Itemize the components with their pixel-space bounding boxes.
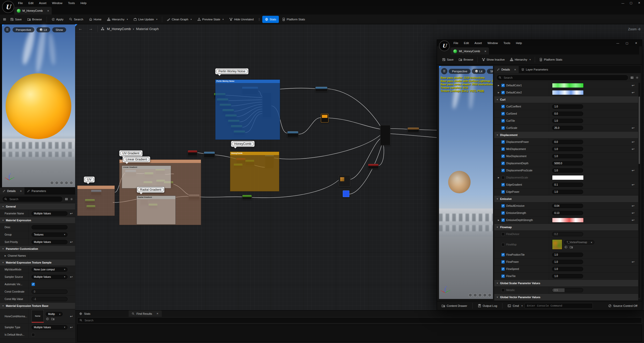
param-checkbox[interactable] bbox=[501, 204, 505, 208]
reset-to-default-button[interactable]: ↩ bbox=[70, 314, 73, 318]
expander-icon[interactable]: ▼ bbox=[2, 248, 4, 250]
platform-stats-button[interactable]: Platform Stats bbox=[279, 16, 308, 23]
reset-to-default-button[interactable]: ↩ bbox=[70, 240, 73, 244]
param-checkbox[interactable] bbox=[501, 289, 505, 292]
color-swatch[interactable] bbox=[552, 175, 584, 180]
param-value[interactable]: -1 bbox=[32, 297, 67, 301]
forward-button[interactable]: → bbox=[86, 26, 96, 31]
param-value[interactable]: 1.0 bbox=[552, 260, 583, 264]
reset-to-default-button[interactable]: ↩ bbox=[632, 169, 635, 172]
param-dropdown[interactable]: Multiple Values▾ bbox=[32, 325, 67, 330]
graph-node[interactable] bbox=[407, 127, 419, 132]
texture-dropdown[interactable]: Multip▾ bbox=[46, 312, 63, 316]
details-search-input[interactable] bbox=[9, 197, 61, 201]
section-displacement[interactable]: ▼Displacement bbox=[494, 132, 638, 139]
param-value[interactable]: 5000.0 bbox=[552, 161, 583, 166]
comment-linear-gradient[interactable]: Linear Gradient bbox=[122, 166, 171, 188]
use-selected-icon[interactable] bbox=[46, 317, 49, 321]
param-value[interactable]: 0 bbox=[32, 290, 67, 294]
param-checkbox[interactable] bbox=[501, 218, 505, 222]
menu-item-window[interactable]: Window bbox=[485, 40, 501, 46]
tab-find-results[interactable]: Find Results ✕ bbox=[129, 310, 162, 317]
perspective-button[interactable]: Perspective bbox=[12, 27, 34, 32]
param-value[interactable]: 1.0 bbox=[552, 168, 583, 173]
reset-to-default-button[interactable]: ↩ bbox=[70, 325, 73, 329]
param-value[interactable]: 1.0 bbox=[552, 104, 583, 109]
menu-item-help[interactable]: Help bbox=[78, 0, 89, 6]
browse-button[interactable]: Browse bbox=[25, 16, 44, 23]
param-checkbox[interactable] bbox=[501, 162, 505, 165]
expander-icon[interactable]: ▼ bbox=[496, 134, 498, 136]
section-material-expression-texture-base[interactable]: ▼Material Expression Texture Base bbox=[0, 303, 75, 309]
param-checkbox[interactable] bbox=[501, 243, 505, 246]
param-value[interactable]: 0.04 bbox=[552, 204, 583, 208]
param-checkbox[interactable] bbox=[501, 190, 505, 194]
cmd-dropdown[interactable]: Cmd▾ bbox=[505, 303, 524, 309]
graph-node[interactable] bbox=[315, 87, 327, 92]
param-value[interactable]: 25.0 bbox=[552, 126, 583, 130]
expander-icon[interactable]: ▶ bbox=[498, 91, 500, 94]
section-material-expression-texture-sample[interactable]: ▼Material Expression Texture Sample bbox=[0, 259, 75, 266]
reset-to-default-button[interactable]: ↩ bbox=[632, 260, 635, 264]
param-checkbox[interactable] bbox=[501, 147, 505, 151]
menu-item-asset[interactable]: Asset bbox=[36, 0, 49, 6]
reset-to-default-button[interactable]: ↩ bbox=[632, 140, 635, 144]
lit-button[interactable]: Lit bbox=[472, 69, 486, 74]
find-results-search[interactable] bbox=[77, 317, 642, 323]
expander-icon[interactable]: ▼ bbox=[496, 198, 498, 200]
close-button[interactable]: ✕ bbox=[632, 41, 640, 45]
param-value[interactable]: 1.0 bbox=[552, 190, 583, 194]
graph-node[interactable] bbox=[188, 150, 197, 156]
browse-to-asset-icon[interactable] bbox=[570, 245, 573, 249]
param-value[interactable]: 1.0 bbox=[552, 154, 583, 158]
texture-thumbnail[interactable] bbox=[552, 239, 562, 250]
param-dropdown[interactable]: Multiple Values▾ bbox=[32, 275, 67, 279]
param-checkbox[interactable] bbox=[501, 260, 505, 264]
param-slider[interactable]: 0.5 bbox=[552, 288, 583, 292]
more-options-button[interactable]: ⋮ bbox=[257, 16, 262, 23]
home-button[interactable]: Home bbox=[86, 16, 104, 23]
clean-graph-button[interactable]: Clean Graph▾ bbox=[164, 16, 194, 23]
asset-tab-mi-honeycomb[interactable]: MI_HoneyComb ✕ bbox=[451, 47, 489, 55]
viewport-option-icons[interactable] bbox=[469, 293, 491, 297]
preview-viewport[interactable]: ☰ Perspective Lit Show z y x bbox=[2, 24, 75, 187]
comment-honeycomb[interactable]: HoneyComb bbox=[230, 152, 279, 191]
texture-dropdown[interactable]: T_VortexFlowmap▾ bbox=[564, 240, 594, 244]
param-checkbox[interactable] bbox=[501, 253, 505, 256]
graph-node-vector[interactable] bbox=[343, 190, 349, 197]
section-global-vector-parameter-values[interactable]: ▼Global Vector Parameter Values bbox=[494, 294, 638, 301]
param-checkbox[interactable] bbox=[501, 155, 505, 158]
param-value[interactable]: 1.0 bbox=[552, 147, 583, 151]
comment-perlin-worley-noise[interactable]: Perlin Worley Noise bbox=[215, 79, 280, 140]
instance-preview-viewport[interactable]: ☰ Perspective Lit Sho Base pass shader: … bbox=[439, 66, 493, 299]
reset-to-default-button[interactable]: ↩ bbox=[632, 84, 635, 87]
param-checkbox[interactable] bbox=[501, 112, 505, 115]
right-window-titlebar[interactable]: FileEditAssetWindowToolsHelp — ▢ ✕ bbox=[437, 40, 642, 46]
preview-state-button[interactable]: Preview State▾ bbox=[195, 16, 226, 23]
param-value[interactable]: Multiple Values bbox=[32, 211, 67, 216]
menu-item-asset[interactable]: Asset bbox=[472, 40, 485, 46]
param-value[interactable] bbox=[32, 225, 67, 229]
param-checkbox[interactable] bbox=[501, 232, 505, 236]
param-checkbox[interactable] bbox=[501, 105, 505, 108]
expander-icon[interactable]: ▼ bbox=[496, 296, 498, 298]
back-button[interactable]: ← bbox=[75, 26, 86, 31]
maximize-button[interactable]: ▢ bbox=[627, 1, 635, 5]
close-icon[interactable]: ✕ bbox=[514, 68, 516, 71]
lit-button[interactable]: Lit bbox=[36, 27, 50, 32]
section-material-expression[interactable]: ▼Material Expression bbox=[0, 217, 75, 224]
graph-node[interactable] bbox=[380, 125, 390, 145]
apply-button[interactable]: Apply bbox=[49, 16, 66, 23]
breadcrumb-asset[interactable]: M_HoneyComb bbox=[107, 27, 131, 31]
param-checkbox[interactable] bbox=[501, 140, 505, 144]
params-search[interactable] bbox=[496, 75, 628, 81]
close-icon[interactable]: ✕ bbox=[156, 312, 158, 315]
menu-item-window[interactable]: Window bbox=[49, 0, 65, 6]
search-button[interactable]: Search bbox=[66, 16, 86, 23]
param-dropdown[interactable]: Textures▾ bbox=[32, 232, 67, 237]
platform-stats-button[interactable]: Platform Stats bbox=[537, 56, 565, 63]
reset-to-default-button[interactable]: ↩ bbox=[632, 204, 635, 208]
tab-layer-parameters[interactable]: Layer Parameters bbox=[519, 66, 551, 73]
section-global-scalar-parameter-values[interactable]: ▼Global Scalar Parameter Values bbox=[494, 280, 638, 287]
section-flowmap[interactable]: ▼Flowmap bbox=[494, 224, 638, 231]
